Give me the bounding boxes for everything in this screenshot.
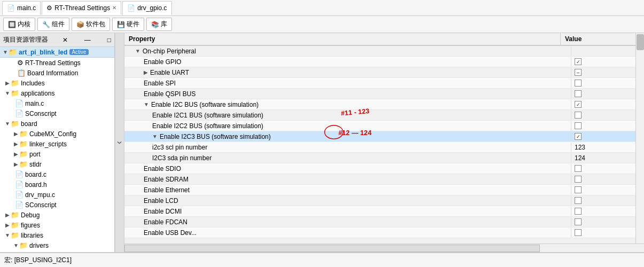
tree-item-main-c[interactable]: 📄 main.c (0, 98, 114, 108)
tab-close-button[interactable]: ✕ (112, 5, 116, 11)
qspi-checkbox[interactable] (575, 90, 582, 97)
prop-value-i2c2[interactable] (571, 121, 635, 130)
prop-value-i2c1[interactable] (571, 111, 635, 120)
prop-value-usb[interactable] (571, 228, 635, 237)
row-enable-i2c1[interactable]: Enable I2C1 BUS (software simulation) (124, 110, 635, 121)
tab-main-c[interactable]: 📄 main.c (2, 1, 41, 15)
tree-item-rt-thread-settings[interactable]: ⚙ RT-Thread Settings (0, 58, 114, 68)
tree-item-stldr[interactable]: ▶ 📁 stldr (0, 159, 114, 169)
tab-drv-gpio-c[interactable]: 📄 drv_gpio.c (122, 1, 171, 15)
btn-neike[interactable]: 🔲 内核 (3, 18, 35, 31)
sidebar-min-icon[interactable]: — (84, 36, 91, 44)
gpio-checkbox[interactable] (575, 58, 582, 65)
tree-item-port[interactable]: ▶ 📁 port (0, 149, 114, 159)
tree-item-linker-scripts[interactable]: ▶ 📁 linker_scripts (0, 139, 114, 149)
lcd-checkbox[interactable] (575, 197, 582, 204)
row-enable-sdram[interactable]: Enable SDRAM (124, 174, 635, 185)
row-enable-ethernet[interactable]: Enable Ethernet (124, 185, 635, 195)
tree-item-debug[interactable]: ▶ 📁 Debug (0, 210, 114, 220)
btn-software-pkg[interactable]: 📦 软件包 (72, 18, 110, 31)
row-i2c3-sda[interactable]: I2C3 sda pin number 124 (124, 153, 635, 163)
tree-item-sconscript-app[interactable]: 📄 SConscript (0, 108, 114, 119)
row-enable-i2c2[interactable]: Enable I2C2 BUS (software simulation) (124, 121, 635, 131)
row-enable-uart[interactable]: ▶ Enable UART (124, 67, 635, 78)
prop-value-qspi[interactable] (571, 89, 635, 98)
row-i2c3-scl[interactable]: i2c3 scl pin number 123 (124, 142, 635, 153)
i2c2-checkbox[interactable] (575, 122, 582, 129)
row-enable-dcmi[interactable]: Enable DCMI (124, 206, 635, 217)
debug-icon: 📁 (11, 211, 19, 219)
prop-value-gpio[interactable] (571, 57, 635, 66)
prop-value-ethernet[interactable] (571, 185, 635, 194)
prop-value-scl[interactable]: 123 (571, 143, 635, 152)
tree-item-board[interactable]: ▼ 📁 board (0, 119, 114, 129)
prop-value-i2c3[interactable] (571, 132, 635, 141)
tree-item-libraries[interactable]: ▼ 📁 libraries (0, 230, 114, 240)
includes-label: Includes (21, 80, 45, 87)
rt-thread-settings-label: RT-Thread Settings (25, 59, 81, 67)
i2c3-checkbox[interactable] (575, 133, 582, 140)
expand-arrow-drivers: ▼ (13, 242, 19, 248)
prop-value-spi[interactable] (571, 78, 635, 88)
btn-components[interactable]: 🔧 组件 (37, 18, 69, 31)
i2c2-label: Enable I2C2 BUS (software simulation) (152, 122, 263, 130)
prop-name-ethernet: Enable Ethernet (124, 185, 571, 195)
tree-item-sconscript-board[interactable]: 📄 SConscript (0, 200, 114, 210)
prop-value-fdcan[interactable] (571, 217, 635, 226)
tree-item-board-information[interactable]: 📋 Board Information (0, 68, 114, 78)
row-enable-qspi[interactable]: Enable QSPI BUS (124, 89, 635, 99)
lib-icon: 📚 (151, 21, 159, 28)
prop-value-sda[interactable]: 124 (571, 153, 635, 163)
prop-value-uart[interactable] (571, 68, 635, 77)
ethernet-checkbox[interactable] (575, 186, 582, 193)
tree-item-drivers[interactable]: ▼ 📁 drivers (0, 240, 114, 250)
row-enable-i2c3[interactable]: ▼ Enable I2C3 BUS (software simulation) (124, 131, 635, 142)
row-enable-i2c-bus[interactable]: ▼ Enable I2C BUS (software simulation) (124, 99, 635, 110)
horizontal-scrollbar[interactable] (124, 244, 644, 252)
tree-item-board-h[interactable]: 📄 board.h (0, 179, 114, 190)
tree-item-drv-mpu-c[interactable]: 📄 drv_mpu.c (0, 190, 114, 200)
prop-value-sdram[interactable] (571, 175, 635, 184)
tree-item-cubemx[interactable]: ▶ 📁 CubeMX_Config (0, 129, 114, 139)
row-enable-lcd[interactable]: Enable LCD (124, 195, 635, 206)
property-table-inner[interactable]: Property Value ▼ On-chip Peripheral Enab… (124, 33, 635, 244)
sidebar-max-icon[interactable]: □ (107, 36, 111, 44)
prop-value-i2c-bus[interactable] (571, 100, 635, 109)
sidebar-close-icon[interactable]: ✕ (62, 36, 68, 44)
board-label: board (21, 120, 37, 128)
project-root-label: art_pi_blink_led (19, 49, 67, 56)
tree-item-figures[interactable]: ▶ 📁 figures (0, 220, 114, 230)
scrollbar-thumb[interactable] (637, 34, 644, 50)
i2c-bus-checkbox[interactable] (575, 101, 582, 108)
tree-item-applications[interactable]: ▼ 📁 applications (0, 88, 114, 98)
fdcan-checkbox[interactable] (575, 218, 582, 225)
i2c1-checkbox[interactable] (575, 112, 582, 119)
sdram-checkbox[interactable] (575, 176, 582, 183)
row-enable-gpio[interactable]: Enable GPIO (124, 57, 635, 67)
row-on-chip-peripheral[interactable]: ▼ On-chip Peripheral (124, 46, 635, 57)
prop-value-dcmi[interactable] (571, 207, 635, 216)
row-enable-usb[interactable]: Enable USB Dev... (124, 227, 635, 238)
usb-checkbox[interactable] (575, 229, 582, 236)
spi-checkbox[interactable] (575, 80, 582, 87)
tree-item-root[interactable]: ▼ 📁 art_pi_blink_led Active (0, 47, 114, 58)
dcmi-checkbox[interactable] (575, 208, 582, 215)
btn-lib[interactable]: 📚 库 (146, 18, 172, 31)
prop-value-lcd[interactable] (571, 196, 635, 205)
row-enable-fdcan[interactable]: Enable FDCAN (124, 217, 635, 227)
collapse-handle[interactable]: › (115, 33, 124, 252)
row-enable-sdio[interactable]: Enable SDIO (124, 163, 635, 174)
board-folder-icon: 📁 (11, 120, 19, 128)
tree-item-includes[interactable]: ▶ 📁 Includes (0, 78, 114, 88)
scroll-thumb[interactable] (124, 245, 540, 252)
tree-item-board-c[interactable]: 📄 board.c (0, 169, 114, 179)
tab-rt-thread-settings[interactable]: ⚙ RT-Thread Settings ✕ (42, 1, 121, 15)
uart-checkbox[interactable] (575, 69, 582, 76)
btn-hardware[interactable]: 💾 硬件 (112, 18, 144, 31)
sdio-checkbox[interactable] (575, 165, 582, 172)
prop-value-sdio[interactable] (571, 164, 635, 173)
vertical-scrollbar[interactable] (635, 33, 644, 244)
tab-label: RT-Thread Settings (54, 4, 110, 12)
row-enable-spi[interactable]: Enable SPI (124, 78, 635, 89)
prop-name-i2c2: Enable I2C2 BUS (software simulation) (124, 121, 571, 131)
